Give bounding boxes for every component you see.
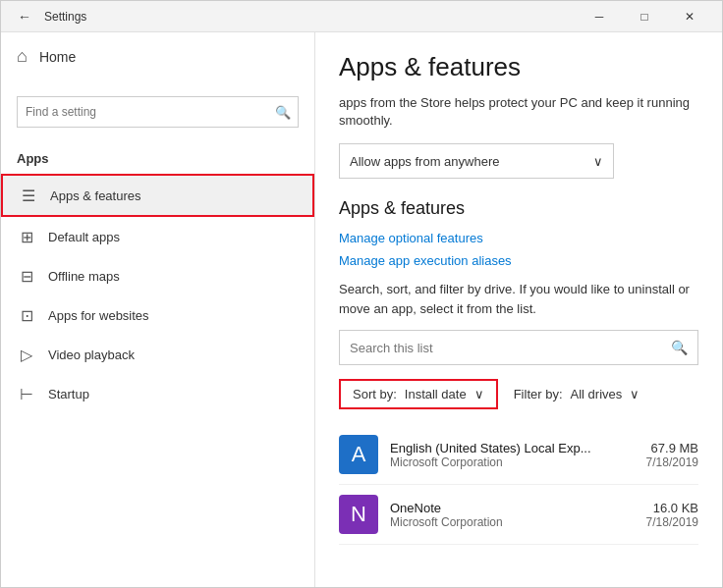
allow-apps-dropdown[interactable]: Allow apps from anywhere ∨ bbox=[339, 143, 614, 179]
manage-optional-features-link[interactable]: Manage optional features bbox=[339, 231, 698, 245]
search-bar: 🔍 bbox=[339, 330, 698, 365]
dropdown-chevron-icon: ∨ bbox=[593, 154, 603, 169]
app-name: English (United States) Local Exp... bbox=[390, 441, 635, 455]
app-name: OneNote bbox=[390, 501, 635, 515]
filter-label: Filter by: bbox=[514, 387, 563, 401]
window-controls: ─ □ ✕ bbox=[577, 1, 712, 32]
app-icon: N bbox=[339, 495, 378, 534]
close-button[interactable]: ✕ bbox=[667, 1, 712, 32]
allow-apps-dropdown-value: Allow apps from anywhere bbox=[350, 154, 499, 169]
app-info: OneNote Microsoft Corporation bbox=[390, 501, 635, 529]
window: ← Settings ─ □ ✕ ⌂ Home 🔍 bbox=[0, 0, 723, 588]
maximize-button[interactable]: □ bbox=[622, 1, 667, 32]
sidebar-item-startup[interactable]: ⊢ Startup bbox=[1, 374, 314, 413]
app-publisher: Microsoft Corporation bbox=[390, 455, 635, 469]
apps-for-websites-icon: ⊡ bbox=[17, 305, 36, 325]
manage-app-execution-link[interactable]: Manage app execution aliases bbox=[339, 253, 698, 268]
apps-features-icon: ☰ bbox=[19, 186, 38, 205]
app-list-item[interactable]: N OneNote Microsoft Corporation 16.0 KB … bbox=[339, 485, 698, 545]
back-button[interactable]: ← bbox=[11, 3, 38, 30]
sidebar-item-home[interactable]: ⌂ Home bbox=[1, 32, 314, 80]
sort-chevron-icon: ∨ bbox=[474, 387, 484, 401]
sidebar-item-apps-features-label: Apps & features bbox=[50, 188, 141, 203]
sidebar-item-apps-for-websites-label: Apps for websites bbox=[48, 308, 149, 323]
titlebar: ← Settings ─ □ ✕ bbox=[1, 1, 722, 32]
app-meta: 67.9 MB 7/18/2019 bbox=[646, 441, 698, 469]
description-text: Search, sort, and filter by drive. If yo… bbox=[339, 280, 698, 318]
app-meta: 16.0 KB 7/18/2019 bbox=[646, 501, 698, 529]
app-icon: A bbox=[339, 435, 378, 474]
sort-label: Sort by: bbox=[353, 387, 397, 401]
search-input[interactable] bbox=[17, 96, 299, 128]
startup-icon: ⊢ bbox=[17, 384, 36, 403]
sidebar-item-apps-for-websites[interactable]: ⊡ Apps for websites bbox=[1, 295, 314, 335]
home-icon: ⌂ bbox=[17, 46, 28, 67]
sidebar-home-label: Home bbox=[39, 49, 76, 65]
sidebar-search: 🔍 bbox=[17, 96, 299, 128]
app-date: 7/18/2019 bbox=[646, 455, 698, 469]
app-list: A English (United States) Local Exp... M… bbox=[339, 425, 698, 545]
app-list-item[interactable]: A English (United States) Local Exp... M… bbox=[339, 425, 698, 485]
sidebar: ⌂ Home 🔍 Apps ☰ Apps & features ⊞ Defaul… bbox=[1, 32, 315, 587]
search-icon: 🔍 bbox=[275, 105, 291, 120]
search-list-icon: 🔍 bbox=[661, 340, 697, 355]
window-title: Settings bbox=[38, 10, 577, 24]
sidebar-section-label: Apps bbox=[1, 151, 314, 174]
app-date: 7/18/2019 bbox=[646, 515, 698, 529]
content-area: ⌂ Home 🔍 Apps ☰ Apps & features ⊞ Defaul… bbox=[1, 32, 722, 587]
filter-chevron-icon: ∨ bbox=[630, 387, 640, 401]
page-title: Apps & features bbox=[339, 52, 698, 82]
sidebar-item-default-apps-label: Default apps bbox=[48, 230, 120, 244]
app-size: 67.9 MB bbox=[646, 441, 698, 455]
main-subtitle: apps from the Store helps protect your P… bbox=[339, 94, 698, 130]
section-title: Apps & features bbox=[339, 198, 698, 219]
sidebar-item-offline-maps-label: Offline maps bbox=[48, 269, 120, 284]
sidebar-item-default-apps[interactable]: ⊞ Default apps bbox=[1, 217, 314, 256]
sort-button[interactable]: Sort by: Install date ∨ bbox=[339, 379, 498, 409]
filter-row: Sort by: Install date ∨ Filter by: All d… bbox=[339, 379, 698, 409]
filter-button[interactable]: Filter by: All drives ∨ bbox=[514, 387, 640, 401]
video-playback-icon: ▷ bbox=[17, 345, 36, 364]
sidebar-item-offline-maps[interactable]: ⊟ Offline maps bbox=[1, 256, 314, 295]
filter-value: All drives bbox=[571, 387, 623, 401]
default-apps-icon: ⊞ bbox=[17, 227, 36, 246]
sidebar-item-apps-features[interactable]: ☰ Apps & features bbox=[1, 174, 314, 217]
app-publisher: Microsoft Corporation bbox=[390, 515, 635, 529]
search-list-input[interactable] bbox=[340, 341, 661, 355]
app-size: 16.0 KB bbox=[646, 501, 698, 515]
minimize-button[interactable]: ─ bbox=[577, 1, 622, 32]
sidebar-item-startup-label: Startup bbox=[48, 387, 89, 401]
back-icon: ← bbox=[18, 9, 31, 25]
sidebar-item-video-playback[interactable]: ▷ Video playback bbox=[1, 335, 314, 374]
main-content: Apps & features apps from the Store help… bbox=[315, 32, 722, 587]
sidebar-header: 🔍 bbox=[1, 80, 314, 151]
app-info: English (United States) Local Exp... Mic… bbox=[390, 441, 635, 469]
offline-maps-icon: ⊟ bbox=[17, 266, 36, 286]
sidebar-item-video-playback-label: Video playback bbox=[48, 347, 135, 362]
sort-value: Install date bbox=[405, 387, 467, 401]
allow-apps-dropdown-container: Allow apps from anywhere ∨ bbox=[339, 143, 698, 179]
